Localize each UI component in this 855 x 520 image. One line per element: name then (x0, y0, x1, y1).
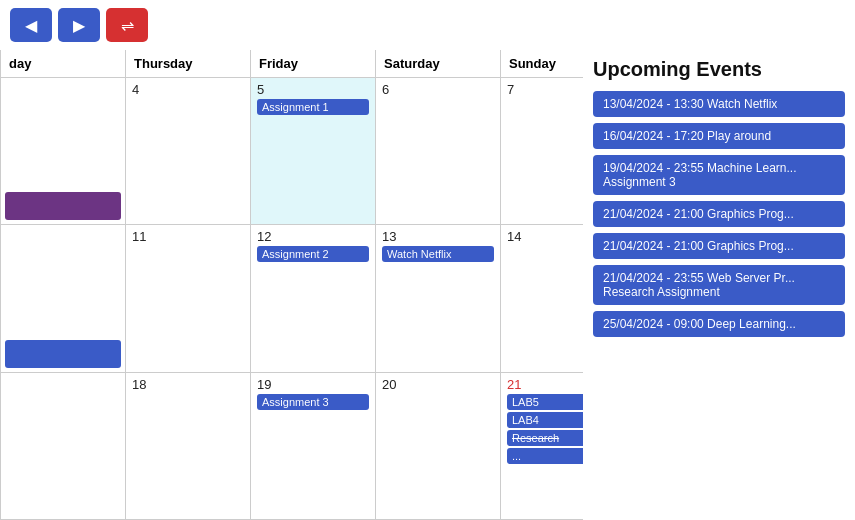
upcoming-event-3[interactable]: 19/04/2024 - 23:55 Machine Learn...Assig… (593, 155, 845, 195)
cal-cell (1, 78, 126, 224)
day-number: 7 (507, 82, 583, 97)
cal-row: 18 19 Assignment 3 20 21 LAB5 LAB4 Resea… (1, 373, 583, 520)
cal-cell: 18 (126, 373, 251, 519)
sidebar-title: Upcoming Events (593, 50, 845, 91)
day-number: 11 (132, 229, 244, 244)
cal-cell: 11 (126, 225, 251, 371)
cal-cell: 21 LAB5 LAB4 Research ... (501, 373, 583, 519)
week-event-bar2 (5, 340, 121, 368)
day-number: 13 (382, 229, 494, 244)
sidebar: Upcoming Events 13/04/2024 - 13:30 Watch… (583, 50, 855, 520)
event-lab5[interactable]: LAB5 (507, 394, 583, 410)
day-number: 19 (257, 377, 369, 392)
week-event-bar (5, 192, 121, 220)
day-number: 4 (132, 82, 244, 97)
cal-cell: 4 (126, 78, 251, 224)
col-header-fri: Friday (251, 50, 376, 77)
cal-cell: 20 (376, 373, 501, 519)
cal-cell (1, 225, 126, 371)
col-header-sun: Sunday (501, 50, 583, 77)
cal-cell: 13 Watch Netflix (376, 225, 501, 371)
calendar-section: day Thursday Friday Saturday Sunday 4 5 … (0, 50, 583, 520)
cal-cell: 19 Assignment 3 (251, 373, 376, 519)
col-header-sat: Saturday (376, 50, 501, 77)
upcoming-event-1[interactable]: 13/04/2024 - 13:30 Watch Netflix (593, 91, 845, 117)
event-pill[interactable]: Assignment 1 (257, 99, 369, 115)
next-button[interactable]: ▶ (58, 8, 100, 42)
event-more[interactable]: ... (507, 448, 583, 464)
upcoming-event-5[interactable]: 21/04/2024 - 21:00 Graphics Prog... (593, 233, 845, 259)
upcoming-event-2[interactable]: 16/04/2024 - 17:20 Play around (593, 123, 845, 149)
cal-cell: 7 (501, 78, 583, 224)
day-number: 18 (132, 377, 244, 392)
upcoming-event-4[interactable]: 21/04/2024 - 21:00 Graphics Prog... (593, 201, 845, 227)
day-number: 14 (507, 229, 583, 244)
event-pill[interactable]: Watch Netflix (382, 246, 494, 262)
home-button[interactable]: ⇌ (106, 8, 148, 42)
col-header-day: day (1, 50, 126, 77)
calendar-header: day Thursday Friday Saturday Sunday (0, 50, 583, 78)
day-number: 12 (257, 229, 369, 244)
day-number: 5 (257, 82, 369, 97)
event-assignment3[interactable]: Assignment 3 (257, 394, 369, 410)
col-header-thu: Thursday (126, 50, 251, 77)
calendar-body: 4 5 Assignment 1 6 7 11 (0, 78, 583, 520)
day-number: 21 (507, 377, 583, 392)
cal-row: 11 12 Assignment 2 13 Watch Netflix 14 (1, 225, 583, 372)
event-pill[interactable]: Assignment 2 (257, 246, 369, 262)
prev-button[interactable]: ◀ (10, 8, 52, 42)
top-bar: ◀ ▶ ⇌ (0, 0, 855, 50)
event-research[interactable]: Research (507, 430, 583, 446)
event-lab4[interactable]: LAB4 (507, 412, 583, 428)
main-content: day Thursday Friday Saturday Sunday 4 5 … (0, 50, 855, 520)
cal-row: 4 5 Assignment 1 6 7 (1, 78, 583, 225)
cal-cell (1, 373, 126, 519)
cal-cell: 6 (376, 78, 501, 224)
upcoming-event-6[interactable]: 21/04/2024 - 23:55 Web Server Pr...Resea… (593, 265, 845, 305)
cal-cell-today: 5 Assignment 1 (251, 78, 376, 224)
day-number: 6 (382, 82, 494, 97)
upcoming-event-7[interactable]: 25/04/2024 - 09:00 Deep Learning... (593, 311, 845, 337)
cal-cell: 14 (501, 225, 583, 371)
day-number: 20 (382, 377, 494, 392)
cal-cell: 12 Assignment 2 (251, 225, 376, 371)
